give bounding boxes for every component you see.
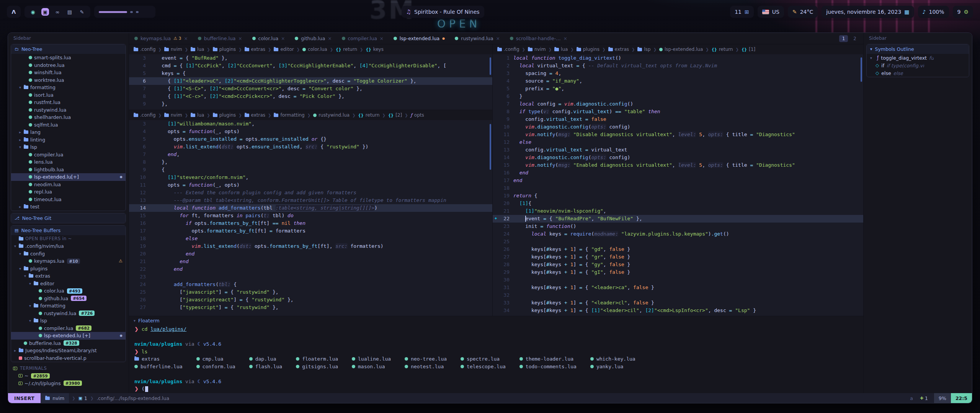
code-line[interactable]: 7 local config = vim.diagnostic.config() [493,100,863,108]
symbols-outline-header[interactable]: ▾ Symbols Outline [867,44,969,54]
chevron-down-icon[interactable]: ▾ [24,274,29,278]
code-area[interactable]: 3 event = { "BufRead" },4 cmd = { [1]"Cc… [129,54,492,108]
code-line[interactable]: 24 add_formatters(tbl: { [129,281,492,288]
tab-github-lua[interactable]: github.lua× [295,33,332,44]
code-line[interactable]: 15 vim.notify(msg: "Enabled diagnostics … [493,161,863,169]
tree-item[interactable]: repl.lua [11,188,126,196]
code-line[interactable]: 11 opts = function(_, opts) [129,181,492,189]
code-line[interactable]: 9 { [129,166,492,174]
outline-item[interactable]: ▾ƒtoggle_diag_virtextfu [867,54,969,62]
tree-item[interactable]: lsp-extended.lu [+]● [11,332,126,340]
code-line[interactable]: 17end [493,177,863,184]
code-line[interactable]: 21 end [129,258,492,265]
chevron-down-icon[interactable]: ▾ [29,281,34,286]
code-line[interactable]: 24 local keys = require(modname: "lazyvi… [493,230,863,238]
code-line[interactable]: 10 [1]"stevearc/conform.nvim", [129,174,492,181]
code-line[interactable]: 13 ---@param tbl table<string, conform.F… [129,197,492,204]
tree-item[interactable]: ▸linting [11,136,126,144]
file-entry[interactable]: extras [134,355,183,363]
section-header[interactable]: 🗀Neo-Tree [11,44,126,54]
file-entry[interactable]: yanky.lua [590,363,635,371]
code-line[interactable]: 26 ["javascriptreact"] = { "rustywind" }… [129,296,492,304]
close-icon[interactable]: × [380,36,384,41]
close-icon[interactable]: × [564,36,567,41]
scrollbar-handle[interactable] [490,124,491,170]
code-line[interactable]: 3 [1]"williamboman/mason.nvim", [129,120,492,128]
tree-item[interactable]: ▾config [11,250,126,258]
temperature-widget[interactable]: ✎24°C [788,6,818,18]
tree-item[interactable]: ▾formatting [11,302,126,310]
notes-icon[interactable]: ✎ [78,8,86,16]
tree-item[interactable]: github.lua#654 [11,295,126,302]
code-line[interactable]: 27 ["typescript"] = { "rustywind" }, [129,304,492,311]
code-line[interactable]: 7 { [1]"<S-C>", [2]"<cmd>CccConvert<cr>"… [129,85,492,93]
tree-item[interactable]: ~#2859 [11,372,126,380]
tree-item[interactable]: smart-splits.lua [11,54,126,62]
close-icon[interactable]: × [238,36,242,41]
scrollbar-handle[interactable] [490,57,491,75]
record-icon[interactable]: ◉ [29,8,37,16]
code-line[interactable]: 23 [129,273,492,281]
tree-item[interactable]: compiler.lua#682 [11,325,126,332]
window-count-widget[interactable]: 11⊞ [730,6,754,18]
chevron-down-icon[interactable]: ▾ [19,145,24,149]
tab-bufferline-lua[interactable]: bufferline.lua× [198,33,242,44]
file-entry[interactable]: neo-tree.lua [405,355,447,363]
chevron-down-icon[interactable]: ▾ [14,244,19,248]
code-line[interactable]: 8 if type(v: config.virtual_text) == "ta… [493,108,863,115]
code-line[interactable]: 12 --- Extend the conform plugin config … [129,189,492,197]
pin-icon[interactable]: ▣ [41,8,49,16]
code-line[interactable]: 10 vim.diagnostic.config(opts: config) [493,123,863,131]
chevron-down-icon[interactable]: ▾ [19,252,24,256]
outline-item[interactable]: ◇ifif type(config.vi [867,62,969,69]
chevron-down-icon[interactable]: ▾ [29,319,34,323]
code-line[interactable]: 5 keys = { [129,70,492,77]
code-line[interactable]: 6 { [1]"<leader>uC", [2]"<cmd>CccHighlig… [129,77,492,85]
chevron-down-icon[interactable]: ▾ [19,85,24,89]
code-line[interactable]: 6 vim.list_extend(dst: opts.ensure_insta… [129,143,492,151]
tree-item[interactable]: ▾.config/nvim/lua [11,242,126,250]
chevron-right-icon[interactable]: ▸ [19,138,24,142]
close-icon[interactable]: × [184,36,188,41]
tree-item[interactable]: ▾extras [11,272,126,280]
code-line[interactable]: 14 local function add_formatters(tbl :ta… [129,204,492,212]
file-entry[interactable]: todo-comments.lua [519,363,577,371]
terminal-output[interactable]: ❯ cd lua/plugins/nvim/lua/plugins via ☾ … [129,325,863,393]
file-entry[interactable]: theme-loader.lua [519,355,577,363]
tree-item[interactable]: rustywind.lua [11,106,126,114]
file-entry[interactable]: gitsigns.lua [296,363,338,371]
workspace-indicator[interactable] [94,6,155,18]
clock-date-widget[interactable]: jueves, noviembre 16, 2023▦ [822,6,914,18]
code-line[interactable]: 5 prefix = "●", [493,85,863,93]
tree-item[interactable]: worktree.lua [11,76,126,84]
notifications-widget[interactable]: 9⚙ [953,6,973,18]
code-line[interactable]: 3 spacing = 4, [493,70,863,77]
tab-color-lua[interactable]: color.lua× [252,33,285,44]
code-line[interactable]: 4 opts = function(_, opts) [129,128,492,135]
close-icon[interactable]: × [281,36,285,41]
code-line[interactable]: 12 else [493,138,863,146]
music-widget[interactable]: ♫ Spiritbox - Rule Of Nines [402,6,484,18]
file-entry[interactable]: spectre.lua [461,355,506,363]
tabpage-1[interactable]: 1 [839,35,848,42]
section-header[interactable]: ▤Neo-Tree Buffers [11,226,126,235]
close-icon[interactable]: × [328,36,332,41]
code-line[interactable]: 26 keys[#keys + 1] = { "gd", false } [493,246,863,253]
code-line[interactable]: 33 keys[#keys + 1] = { "<leader>cl", fal… [493,299,863,307]
file-entry[interactable]: lualine.lua [352,355,391,363]
tree-item[interactable]: lightbulb.lua [11,166,126,174]
close-icon[interactable]: × [496,36,500,41]
tree-item[interactable]: rustywind.lua#726 [11,310,126,317]
volume-widget[interactable]: ♪100% [918,6,949,18]
file-entry[interactable]: dap.lua [249,355,282,363]
code-line[interactable]: 34 keys[#keys + 1] = { [1]"<leader>cil",… [493,307,863,314]
tree-item[interactable]: lsp-extended.lu[+]● [11,173,126,181]
code-line[interactable]: 18 [493,184,863,192]
tree-item[interactable]: ▸test [11,203,126,211]
code-line[interactable]: 5 opts.ensure_installed = opts.ensure_in… [129,135,492,143]
tree-item[interactable]: ▾editor [11,280,126,288]
tree-item[interactable]: ▾plugins [11,265,126,273]
chevron-down-icon[interactable]: ▾ [19,267,24,271]
file-entry[interactable]: mason.lua [352,363,391,371]
code-area[interactable]: 3 [1]"williamboman/mason.nvim",4 opts = … [129,120,492,311]
